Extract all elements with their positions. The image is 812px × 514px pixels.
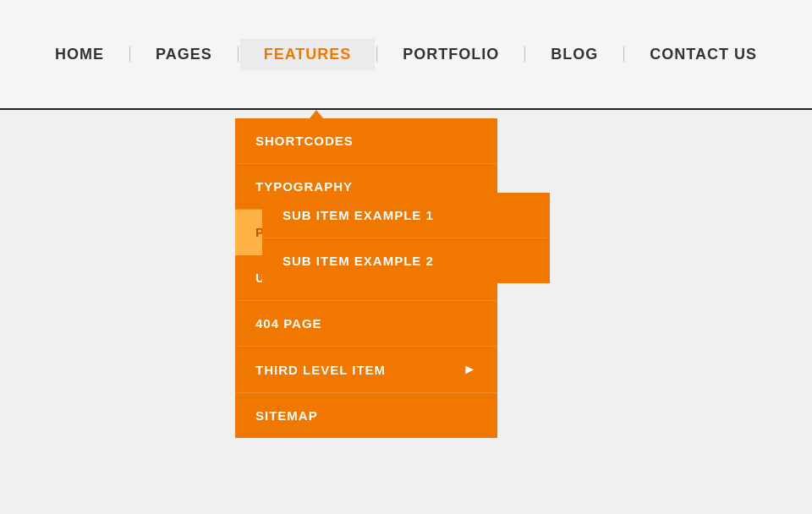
dropdown-item-404[interactable]: 404 PAGE <box>235 301 497 347</box>
nav-link-home[interactable]: HOME <box>31 39 128 70</box>
dropdown-item-label: SHORTCODES <box>255 134 354 148</box>
dropdown-item-label: 404 PAGE <box>255 316 322 331</box>
dropdown-item-shortcodes[interactable]: SHORTCODES <box>235 118 497 164</box>
nav-link-features[interactable]: FEATURES <box>240 39 376 70</box>
sub-item-label: SUB ITEM EXAMPLE 1 <box>283 208 434 222</box>
nav-item-contact[interactable]: CONTACT US <box>626 39 781 70</box>
dropdown-item-label: THIRD LEVEL ITEM <box>255 363 386 377</box>
dropdown-item-third-level[interactable]: THIRD LEVEL ITEM ► <box>235 347 497 393</box>
nav-separator-3 <box>376 46 377 62</box>
nav-separator-1 <box>129 46 130 62</box>
nav-link-portfolio[interactable]: PORTFOLIO <box>379 39 523 70</box>
nav-item-pages[interactable]: PAGES <box>132 39 236 70</box>
dropdown-item-label: TYPOGRAPHY <box>255 179 353 194</box>
sub-item-2[interactable]: SUB ITEM EXAMPLE 2 <box>262 238 550 283</box>
navbar: HOME PAGES FEATURES PORTFOLIO BLOG CONTA… <box>0 0 812 110</box>
nav-item-features[interactable]: FEATURES <box>240 39 376 70</box>
nav-link-blog[interactable]: BLOG <box>527 39 622 70</box>
nav-separator-5 <box>623 46 624 62</box>
dropdown-item-label: SITEMAP <box>255 408 318 423</box>
dropdown-item-sitemap[interactable]: SITEMAP <box>235 393 497 438</box>
nav-item-blog[interactable]: BLOG <box>527 39 622 70</box>
submenu: SUB ITEM EXAMPLE 1 SUB ITEM EXAMPLE 2 <box>262 193 550 283</box>
nav-items: HOME PAGES FEATURES PORTFOLIO BLOG CONTA… <box>31 39 781 70</box>
sub-item-1[interactable]: SUB ITEM EXAMPLE 1 <box>262 193 550 238</box>
nav-separator-2 <box>238 46 239 62</box>
nav-link-pages[interactable]: PAGES <box>132 39 236 70</box>
nav-item-portfolio[interactable]: PORTFOLIO <box>379 39 523 70</box>
nav-separator-4 <box>524 46 525 62</box>
dropdown-arrow <box>310 110 323 118</box>
chevron-right-icon: ► <box>463 362 477 377</box>
nav-link-contact[interactable]: CONTACT US <box>626 39 781 70</box>
sub-item-label: SUB ITEM EXAMPLE 2 <box>283 254 434 268</box>
nav-item-home[interactable]: HOME <box>31 39 128 70</box>
